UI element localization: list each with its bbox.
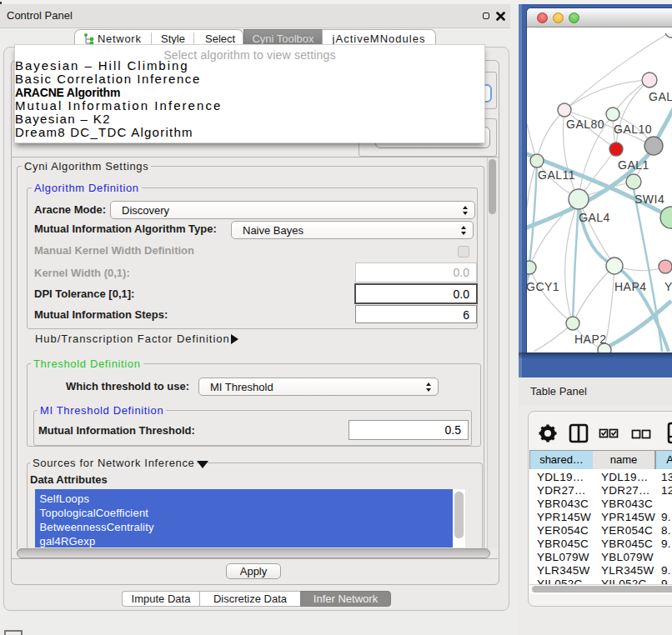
svg-text:GAL10: GAL10 [614, 122, 652, 136]
svg-text:GCY1: GCY1 [527, 280, 559, 293]
svg-text:GAL4: GAL4 [579, 211, 610, 224]
svg-text:GAL80: GAL80 [566, 118, 604, 131]
svg-text:GAL1: GAL1 [618, 158, 649, 172]
svg-text:Y: Y [664, 280, 672, 293]
svg-text:HAP4: HAP4 [614, 280, 647, 293]
svg-text:HAP2: HAP2 [574, 332, 607, 346]
svg-text:GAL11: GAL11 [538, 168, 575, 182]
svg-text:SWI4: SWI4 [634, 192, 664, 206]
svg-text:GAL7: GAL7 [649, 90, 672, 103]
